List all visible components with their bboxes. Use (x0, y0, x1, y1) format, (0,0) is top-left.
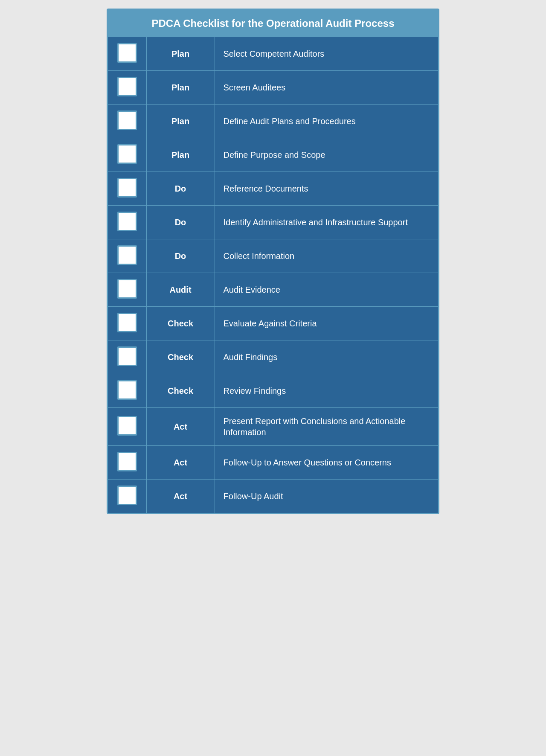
checkbox-cell (108, 374, 146, 408)
checkbox-cell (108, 408, 146, 446)
checkbox-box[interactable] (117, 313, 137, 332)
checklist-table: PlanSelect Competent AuditorsPlanScreen … (108, 37, 438, 513)
table-row: CheckAudit Findings (108, 340, 438, 374)
checkbox-box[interactable] (117, 486, 137, 505)
checkbox-cell (108, 273, 146, 307)
description-cell: Collect Information (215, 239, 438, 273)
checkbox-box[interactable] (117, 178, 137, 198)
description-cell: Reference Documents (215, 172, 438, 206)
phase-cell: Plan (146, 105, 215, 138)
description-cell: Audit Findings (215, 340, 438, 374)
checkbox-box[interactable] (117, 452, 137, 471)
checkbox-box[interactable] (117, 43, 137, 63)
checkbox-box[interactable] (117, 144, 137, 164)
table-row: ActFollow-Up Audit (108, 480, 438, 513)
phase-cell: Audit (146, 273, 215, 307)
checkbox-cell (108, 307, 146, 340)
table-row: PlanScreen Auditees (108, 71, 438, 105)
phase-cell: Plan (146, 71, 215, 105)
checkbox-cell (108, 37, 146, 71)
table-row: DoReference Documents (108, 172, 438, 206)
checkbox-cell (108, 340, 146, 374)
checkbox-cell (108, 480, 146, 513)
phase-cell: Plan (146, 138, 215, 172)
checkbox-cell (108, 206, 146, 239)
checkbox-cell (108, 239, 146, 273)
checkbox-box[interactable] (117, 346, 137, 366)
checkbox-cell (108, 71, 146, 105)
checkbox-box[interactable] (117, 212, 137, 231)
checkbox-box[interactable] (117, 416, 137, 436)
checkbox-cell (108, 138, 146, 172)
phase-cell: Act (146, 408, 215, 446)
description-cell: Screen Auditees (215, 71, 438, 105)
description-cell: Review Findings (215, 374, 438, 408)
table-row: ActFollow-Up to Answer Questions or Conc… (108, 446, 438, 480)
checkbox-box[interactable] (117, 110, 137, 130)
phase-cell: Do (146, 206, 215, 239)
checkbox-cell (108, 172, 146, 206)
phase-cell: Check (146, 340, 215, 374)
phase-cell: Check (146, 374, 215, 408)
checkbox-box[interactable] (117, 380, 137, 400)
description-cell: Present Report with Conclusions and Acti… (215, 408, 438, 446)
header-title: PDCA Checklist for the Operational Audit… (151, 17, 394, 29)
table-row: DoIdentify Administrative and Infrastruc… (108, 206, 438, 239)
table-row: CheckEvaluate Against Criteria (108, 307, 438, 340)
phase-cell: Do (146, 239, 215, 273)
phase-cell: Plan (146, 37, 215, 71)
description-cell: Evaluate Against Criteria (215, 307, 438, 340)
checkbox-box[interactable] (117, 77, 137, 96)
description-cell: Select Competent Auditors (215, 37, 438, 71)
checkbox-cell (108, 105, 146, 138)
description-cell: Follow-Up Audit (215, 480, 438, 513)
table-row: ActPresent Report with Conclusions and A… (108, 408, 438, 446)
checkbox-box[interactable] (117, 245, 137, 265)
table-row: CheckReview Findings (108, 374, 438, 408)
table-row: DoCollect Information (108, 239, 438, 273)
description-cell: Define Audit Plans and Procedures (215, 105, 438, 138)
phase-cell: Check (146, 307, 215, 340)
table-row: AuditAudit Evidence (108, 273, 438, 307)
header: PDCA Checklist for the Operational Audit… (108, 10, 438, 37)
description-cell: Follow-Up to Answer Questions or Concern… (215, 446, 438, 480)
checkbox-cell (108, 446, 146, 480)
table-row: PlanDefine Audit Plans and Procedures (108, 105, 438, 138)
checkbox-box[interactable] (117, 279, 137, 299)
description-cell: Define Purpose and Scope (215, 138, 438, 172)
table-row: PlanDefine Purpose and Scope (108, 138, 438, 172)
description-cell: Identify Administrative and Infrastructu… (215, 206, 438, 239)
description-cell: Audit Evidence (215, 273, 438, 307)
phase-cell: Do (146, 172, 215, 206)
phase-cell: Act (146, 480, 215, 513)
table-row: PlanSelect Competent Auditors (108, 37, 438, 71)
phase-cell: Act (146, 446, 215, 480)
checklist-container: PDCA Checklist for the Operational Audit… (107, 9, 439, 514)
